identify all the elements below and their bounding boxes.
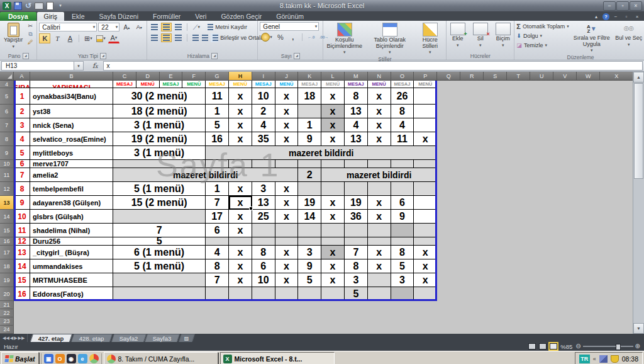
table-cell[interactable] (321, 182, 345, 196)
name-box[interactable]: H13 (1, 61, 74, 71)
zoom-slider-thumb[interactable] (616, 344, 621, 350)
row-header-11[interactable]: 11 (0, 168, 14, 182)
align-top-icon[interactable] (149, 23, 160, 31)
ribbon-tab-görünüm[interactable]: Görünüm (269, 12, 311, 21)
bold-button[interactable]: K (39, 33, 50, 43)
table-cell[interactable] (414, 160, 437, 168)
table-cell[interactable]: 5 (298, 273, 321, 287)
update-shield-icon[interactable] (611, 355, 619, 363)
table-cell[interactable]: 8 (391, 105, 414, 118)
ribbon-tab-ekle[interactable]: Ekle (65, 12, 91, 21)
table-cell[interactable] (229, 287, 252, 301)
player-name-cell[interactable]: merve1707 (30, 160, 113, 168)
sheet-tab-428-etap[interactable]: 428. etap (71, 334, 113, 342)
table-cell[interactable] (414, 105, 437, 118)
sheet-tab-sayfa2[interactable]: Sayfa2 (111, 334, 147, 342)
row-header-19[interactable]: 19 (0, 273, 14, 287)
minimize-button[interactable]: − (603, 1, 616, 11)
workbook-minimize-button[interactable]: − (611, 13, 620, 20)
table-cell[interactable]: x (275, 273, 299, 287)
table-cell[interactable]: 17 (206, 210, 229, 224)
table-cell[interactable]: mazeret bildirdi (321, 168, 437, 182)
rank-cell[interactable]: 11 (14, 224, 30, 237)
table-cell[interactable]: 5 (1 menü) (113, 182, 206, 196)
table-cell[interactable]: 8 (252, 246, 275, 259)
table-cell[interactable]: 11 (206, 88, 229, 105)
table-cell[interactable]: 5 (206, 118, 229, 132)
underline-button[interactable]: A (64, 33, 75, 43)
table-cell[interactable] (391, 182, 414, 196)
table-cell[interactable]: 3 (298, 246, 321, 259)
find-select-button[interactable]: ⌾⌾ Bul ve Seç▾ (613, 22, 644, 48)
table-cell[interactable]: 3 (252, 182, 275, 196)
table-cell[interactable]: 18 (2 menü) (113, 105, 206, 118)
row-header-20[interactable]: 20 (0, 287, 14, 301)
task-button[interactable]: 8. Takım / CUMA Zayıfla... (104, 352, 218, 364)
rank-cell[interactable]: 15 (14, 273, 30, 287)
table-cell[interactable] (414, 88, 437, 105)
table-cell[interactable] (368, 224, 391, 237)
print-icon[interactable] (35, 2, 43, 10)
ribbon-tab-veri[interactable]: Veri (188, 12, 213, 21)
sheet-tab-sayfa3[interactable]: Sayfa3 (145, 334, 180, 342)
rank-cell[interactable]: 12 (14, 237, 30, 246)
table-cell[interactable]: mazeret bildirdi (113, 168, 298, 182)
table-cell[interactable] (391, 160, 414, 168)
scrollbar-thumb[interactable] (634, 83, 643, 179)
player-name-cell[interactable]: glsbrs (Gülşah) (30, 210, 113, 224)
table-cell[interactable]: 6 (1 menü) (113, 246, 206, 259)
help-icon[interactable]: ? (602, 13, 609, 20)
format-as-table-button[interactable]: Tablo Olarak Biçimlendir▾ (369, 22, 411, 56)
table-cell[interactable]: 4 (391, 118, 414, 132)
column-header-D[interactable]: D (136, 72, 160, 81)
format-painter-icon[interactable]: 🖉 (26, 38, 35, 46)
table-cell[interactable] (252, 160, 275, 168)
column-header-U[interactable]: U (530, 72, 553, 81)
table-cell[interactable]: 3 (345, 273, 368, 287)
insert-cells-button[interactable]: Ekle▾ (448, 22, 467, 48)
table-cell[interactable] (368, 273, 391, 287)
table-cell[interactable]: 18 (298, 88, 321, 105)
sort-filter-button[interactable]: AZ▼ Sırala ve Filtre Uygula▾ (570, 22, 613, 54)
align-middle-icon[interactable] (161, 23, 172, 31)
table-cell[interactable]: 2 (252, 105, 275, 118)
page-break-preview-icon[interactable] (550, 343, 557, 350)
rank-cell[interactable]: 14 (14, 259, 30, 273)
table-cell[interactable]: 3 (391, 273, 414, 287)
player-name-cell[interactable]: mylittleboys (30, 146, 113, 160)
italic-button[interactable]: T (52, 33, 63, 43)
table-cell[interactable] (368, 160, 391, 168)
row-header-7[interactable]: 7 (0, 118, 14, 132)
table-cell[interactable] (113, 160, 206, 168)
table-cell[interactable] (206, 160, 229, 168)
table-cell[interactable]: 19 (345, 196, 368, 210)
grow-font-icon[interactable]: A▴ (121, 22, 132, 32)
borders-icon[interactable]: ⊞▾ (82, 33, 94, 43)
row-header-12[interactable]: 12 (0, 182, 14, 196)
table-cell[interactable]: x (321, 105, 345, 118)
column-header-O[interactable]: O (391, 72, 414, 81)
row-header-21[interactable]: 21 (0, 301, 14, 309)
table-cell[interactable]: 6 (391, 196, 414, 210)
table-cell[interactable] (368, 237, 391, 246)
internet-explorer-icon[interactable]: e (78, 354, 87, 363)
delete-cells-button[interactable]: Sil▾ (471, 22, 490, 48)
table-cell[interactable] (113, 287, 206, 301)
column-header-G[interactable]: G (206, 72, 229, 81)
table-cell[interactable]: x (368, 105, 391, 118)
table-cell[interactable] (229, 160, 252, 168)
next-sheet-icon[interactable]: ▶ (14, 336, 17, 341)
table-cell[interactable]: x (368, 132, 391, 146)
table-cell[interactable]: 26 (391, 88, 414, 105)
table-cell[interactable]: x (321, 273, 345, 287)
font-name-select[interactable]: Calibri▾ (39, 23, 97, 31)
table-cell[interactable] (321, 237, 345, 246)
table-cell[interactable]: x (229, 105, 252, 118)
column-header-N[interactable]: N (368, 72, 391, 81)
table-cell[interactable]: x (414, 246, 437, 259)
player-name-cell[interactable]: yst38 (30, 105, 113, 118)
row-header-9[interactable]: 9 (0, 146, 14, 160)
rank-cell[interactable]: 7 (14, 168, 30, 182)
column-header-C[interactable]: C (113, 72, 136, 81)
table-cell[interactable]: 6 (252, 259, 275, 273)
